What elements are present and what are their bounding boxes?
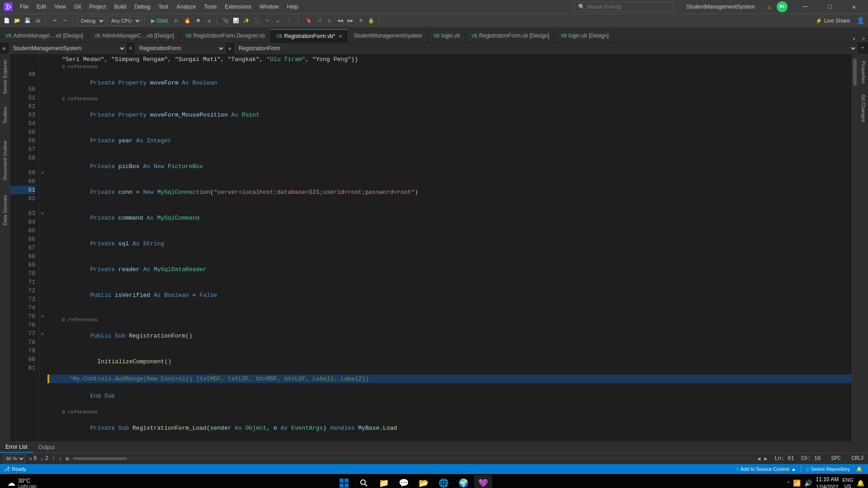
menu-edit[interactable]: Edit (33, 3, 50, 11)
search-taskbar-btn[interactable] (355, 475, 373, 488)
menu-git[interactable]: Git (71, 3, 85, 11)
edge-btn[interactable]: 🌐 (434, 475, 453, 488)
add-tab-btn[interactable]: + (859, 36, 868, 42)
project-selector[interactable]: StudentManagementSystem (9, 43, 126, 54)
error-list-tab[interactable]: Error List (0, 441, 33, 453)
notifications-btn[interactable]: 🔔 (854, 464, 864, 474)
volume-icon[interactable]: 🔊 (804, 479, 812, 487)
warning-indicator[interactable]: ⚠ 2 (40, 455, 48, 462)
profile-btn[interactable]: 👤 (854, 15, 866, 27)
start-without-debug-btn[interactable]: ▷ (171, 16, 181, 26)
nav-back-btn[interactable]: ◁ (314, 16, 324, 26)
start-btn[interactable]: ▶ Start (148, 16, 170, 26)
class-selector[interactable]: RegistrationForm (135, 43, 225, 54)
tab-registration-form-active[interactable]: VB RegistrationForm.vb* ✕ (271, 29, 348, 42)
step-out-btn[interactable]: ↑ (283, 16, 293, 26)
user-avatar[interactable]: RC (777, 1, 788, 12)
menu-analyze[interactable]: Analyze (173, 3, 200, 11)
nav-fwd-btn[interactable]: ▷ (325, 16, 335, 26)
git-changes-tab[interactable]: Git Changes (859, 90, 868, 127)
menu-tools[interactable]: Tools (200, 3, 220, 11)
code-content-area[interactable]: "Seri Medan", "Simpang Rengam", "Sungai … (46, 54, 852, 441)
weather-widget[interactable]: ☁ 30°C Light rain (4, 478, 40, 488)
tray-expand-btn[interactable]: ^ (787, 480, 789, 486)
teams-btn[interactable]: 💬 (395, 475, 413, 488)
tab-login-vb[interactable]: VB login.vb (428, 29, 466, 42)
breakpoint-btn[interactable]: ⬛ (252, 16, 262, 26)
save-btn[interactable]: 💾 (23, 16, 33, 26)
menu-build[interactable]: Build (111, 3, 130, 11)
tab-registration-design[interactable]: VB RegistrationForm.vb [Design] (466, 29, 555, 42)
menu-project[interactable]: Project (85, 3, 109, 11)
tab-admin-manage-i[interactable]: VB AdminManageI....vb [Design] (0, 29, 89, 42)
clock-date[interactable]: 11:10 AM 12/4/2022 (816, 476, 839, 488)
go-up-btn[interactable]: ↑ (52, 455, 55, 462)
tab-login-design[interactable]: VB login.vb [Design] (555, 29, 614, 42)
scrollbar-thumb[interactable] (853, 59, 857, 86)
open-btn[interactable]: 📂 (12, 16, 22, 26)
nav-ff-btn[interactable]: ▶▶ (345, 16, 355, 26)
tab-close-registration[interactable]: ✕ (339, 34, 342, 39)
step-over-btn[interactable]: ↷ (262, 16, 272, 26)
filter-btn[interactable]: ⚙ (66, 455, 69, 462)
menu-file[interactable]: File (16, 3, 32, 11)
step-into-btn[interactable]: ↵ (273, 16, 283, 26)
menu-view[interactable]: View (51, 3, 70, 11)
step-down-btn[interactable]: ↓ (293, 16, 303, 26)
search-box[interactable]: 🔍 Search (Ctrl+Q) (574, 2, 674, 12)
browser-btn[interactable]: 🌍 (454, 475, 472, 488)
vertical-scrollbar[interactable] (852, 54, 858, 441)
output-tab[interactable]: Output (33, 441, 60, 453)
bookmark-btn[interactable]: 🔖 (304, 16, 314, 26)
tab-admin-manage-c[interactable]: VB AdminManageC....vb [Design] (89, 29, 180, 42)
add-file-btn[interactable]: + (857, 43, 868, 54)
restart-btn[interactable]: ↺ (204, 16, 214, 26)
file-explorer-btn[interactable]: 📁 (375, 475, 393, 488)
add-source-control-btn[interactable]: ↑ Add to Source Control ▲ (733, 466, 799, 472)
stop-btn[interactable]: ■ (193, 16, 203, 26)
perf-btn[interactable]: 📊 (231, 16, 241, 26)
horizontal-scroll-bar[interactable] (73, 456, 754, 461)
menu-extensions[interactable]: Extensions (221, 3, 255, 11)
taskbar-folder-btn[interactable]: 📂 (415, 475, 433, 488)
scroll-left-btn[interactable]: ◀ (757, 455, 760, 462)
member-selector[interactable]: RegistrationForm (234, 43, 857, 54)
tab-student-mgmt[interactable]: StudentManagementSystem (348, 29, 428, 42)
tab-overflow-btn[interactable]: ▾ (849, 36, 859, 42)
new-project-btn[interactable]: 📄 (2, 16, 12, 26)
menu-window[interactable]: Window (256, 3, 283, 11)
start-button[interactable] (335, 475, 353, 488)
zoom-select[interactable]: 90 % (4, 454, 25, 463)
code-cleanup-btn[interactable]: ✨ (241, 16, 251, 26)
menu-debug[interactable]: Debug (131, 3, 154, 11)
document-outline-tab[interactable]: Document Outline (0, 131, 9, 190)
window-maximize[interactable]: □ (819, 0, 840, 14)
menu-test[interactable]: Test (155, 3, 172, 11)
go-down-btn[interactable]: ↓ (59, 455, 62, 462)
notification-center-btn[interactable]: 🔔 (857, 479, 864, 487)
scroll-right-btn[interactable]: ▶ (764, 455, 767, 462)
properties-tab[interactable]: Properties (859, 54, 868, 90)
nav-bw-btn[interactable]: ◀◀ (335, 16, 345, 26)
hot-reload-btn[interactable]: 🔥 (182, 16, 192, 26)
select-repository-btn[interactable]: ◇ Select Repository (803, 466, 853, 472)
toolbox-tab[interactable]: Toolbox (0, 99, 9, 131)
visual-studio-taskbar-btn[interactable]: 💜 (474, 475, 492, 488)
attach-btn[interactable]: 📎 (221, 16, 231, 26)
lang-indicator[interactable]: ENG US (842, 477, 853, 488)
server-explorer-tab[interactable]: Server Explorer (0, 54, 9, 99)
freeze-btn[interactable]: ❄ (356, 16, 366, 26)
platform-select[interactable]: Any CPU (107, 16, 142, 26)
error-indicator[interactable]: ✕ 0 (29, 455, 37, 462)
save-all-btn[interactable]: 🗂 (33, 16, 43, 26)
data-sources-tab[interactable]: Data Sources (0, 190, 9, 230)
lock-btn[interactable]: 🔒 (366, 16, 376, 26)
debug-config-select[interactable]: Debug (77, 16, 105, 26)
tab-registration-designer[interactable]: VB RegistrationForm.Designer.vb (180, 29, 271, 42)
window-close[interactable]: ✕ (844, 0, 864, 14)
window-minimize[interactable]: — (795, 0, 816, 14)
undo-btn[interactable]: ↩ (50, 16, 60, 26)
network-icon[interactable]: 📶 (793, 479, 801, 487)
menu-help[interactable]: Help (283, 3, 302, 11)
redo-btn[interactable]: ↪ (60, 16, 70, 26)
